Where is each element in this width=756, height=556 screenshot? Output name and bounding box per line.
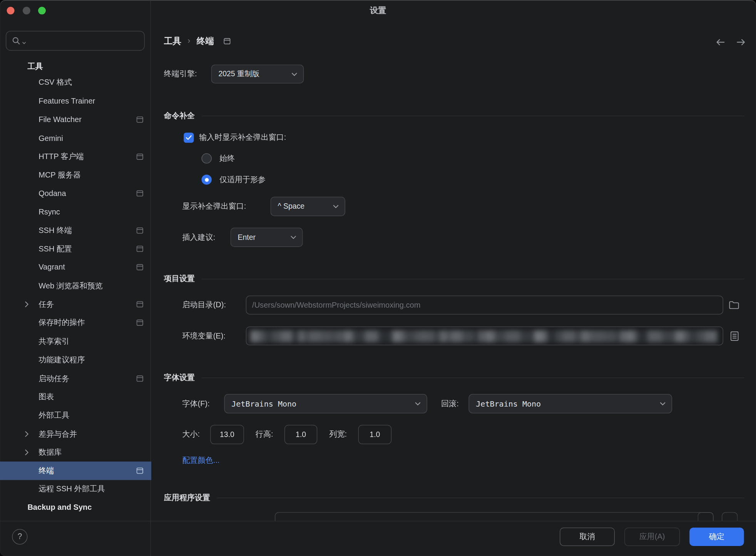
settings-search-input[interactable] [6,31,145,50]
tool-window-icon [136,154,143,160]
sidebar-item-9[interactable]: SSH 终端 [0,221,151,240]
font-label: 字体(F): [182,398,209,409]
sidebar-item-12[interactable]: Web 浏览器和预览 [0,277,151,295]
font-size-value: 13.0 [220,430,234,439]
sidebar-item-1[interactable]: CSV 格式 [0,73,151,92]
sidebar-item-2[interactable]: Features Trainer [0,92,151,111]
column-width-label: 列宽: [329,428,347,440]
breadcrumb: 工具 › 终端 [164,35,230,47]
line-height-input[interactable]: 1.0 [284,425,317,444]
radio-always[interactable] [202,153,212,163]
fallback-font-select[interactable]: JetBrains Mono [468,394,672,413]
sidebar-item-13[interactable]: 任务 [0,295,151,314]
sidebar-item-20[interactable]: 差异与合并 [0,425,151,443]
font-size-label: 大小: [182,428,200,440]
fallback-font-label: 回滚: [441,398,459,409]
insert-suggestion-select[interactable]: Enter [231,228,303,247]
breadcrumb-current: 终端 [197,35,214,47]
terminal-engine-label: 终端引擎: [164,68,197,80]
bottom-partial-button-2[interactable] [722,512,738,521]
section-app-settings: 应用程序设置 [164,492,744,504]
sidebar-item-label: 数据库 [38,447,62,457]
section-title: 命令补全 [164,111,195,121]
sidebar-item-3[interactable]: File Watcher [0,111,151,129]
sidebar-item-label: Qodana [38,189,66,198]
sidebar-item-label: MCP 服务器 [38,170,81,180]
breadcrumb-parent[interactable]: 工具 [164,35,181,47]
sidebar-item-label: 图表 [38,392,54,402]
env-variables-redacted-value [250,330,718,342]
sidebar-item-19[interactable]: 外部工具 [0,406,151,425]
fallback-font-value: JetBrains Mono [476,399,541,408]
nav-back-button[interactable] [714,36,727,49]
right-arrow-icon [736,39,746,46]
configure-colors-link[interactable]: 配置颜色... [182,456,219,466]
sidebar-item-10[interactable]: SSH 配置 [0,240,151,258]
completion-popup-checkbox[interactable] [184,132,194,142]
env-variables-input[interactable] [246,327,723,345]
sidebar-item-label: SSH 配置 [38,244,72,254]
search-history-caret-icon[interactable] [22,41,26,44]
section-divider [202,116,744,116]
section-title: 项目设置 [164,274,195,284]
cancel-button[interactable]: 取消 [560,528,615,546]
env-variables-label: 环境变量(E): [182,330,225,342]
bottom-partial-field[interactable] [275,512,714,521]
sidebar-item-5[interactable]: HTTP 客户端 [0,147,151,166]
apply-button[interactable]: 应用(A) [624,528,680,546]
start-directory-input[interactable]: /Users/sown/WebstormProjects/siweimoxing… [246,296,723,315]
browse-directory-button[interactable] [728,299,739,311]
terminal-engine-select[interactable]: 2025 重制版 [211,65,304,84]
ok-button[interactable]: 确定 [689,528,744,546]
tool-window-icon [136,116,143,122]
popup-shortcut-select[interactable]: ^ Space [271,197,345,216]
sidebar-item-6[interactable]: MCP 服务器 [0,166,151,184]
tool-window-icon [136,190,143,196]
bottom-partial-button-1[interactable] [697,512,713,521]
sidebar-item-label: 共享索引 [38,337,69,347]
sidebar-item-7[interactable]: Qodana [0,184,151,203]
radio-parameters-only[interactable] [202,174,212,184]
line-height-label: 行高: [256,428,273,440]
help-button[interactable]: ? [12,529,27,544]
sidebar-item-22[interactable]: 终端 [0,462,151,480]
chevron-right-icon[interactable] [25,431,29,438]
font-size-input[interactable]: 13.0 [210,425,244,444]
sidebar-item-label: SSH 终端 [38,226,72,236]
sidebar-item-label: Backup and Sync [27,503,92,512]
sidebar-item-15[interactable]: 共享索引 [0,332,151,351]
sidebar-item-label: 终端 [38,466,54,476]
folder-icon [729,301,739,309]
chevron-down-icon [290,235,296,239]
search-icon [12,36,21,45]
sidebar-item-label: Gemini [38,134,63,143]
radio-always-label[interactable]: 始终 [219,153,235,164]
completion-popup-checkbox-label[interactable]: 输入时显示补全弹出窗口: [199,132,286,143]
terminal-engine-value: 2025 重制版 [218,69,259,79]
tool-window-icon [136,467,143,474]
sidebar-item-18[interactable]: 图表 [0,388,151,406]
section-title: 字体设置 [164,373,195,383]
radio-parameters-only-label[interactable]: 仅适用于形参 [219,174,266,186]
tool-window-icon [224,38,231,44]
sidebar-item-14[interactable]: 保存时的操作 [0,313,151,332]
chevron-right-icon[interactable] [25,301,29,308]
section-divider [217,497,744,498]
sidebar-item-8[interactable]: Rsync [0,203,151,221]
sidebar-item-label: HTTP 客户端 [38,152,84,162]
sidebar-item-17[interactable]: 启动任务 [0,369,151,388]
font-value: JetBrains Mono [231,399,296,408]
chevron-right-icon[interactable] [25,449,29,456]
sidebar-item-23[interactable]: 远程 SSH 外部工具 [0,480,151,498]
sidebar-item-16[interactable]: 功能建议程序 [0,351,151,369]
start-directory-label: 启动目录(D): [182,299,226,311]
nav-forward-button[interactable] [735,36,748,49]
sidebar-item-11[interactable]: Vagrant [0,258,151,276]
sidebar-item-21[interactable]: 数据库 [0,443,151,462]
sidebar-item-4[interactable]: Gemini [0,129,151,148]
font-select[interactable]: JetBrains Mono [224,394,427,413]
sidebar-item-24[interactable]: Backup and Sync [0,498,151,517]
column-width-input[interactable]: 1.0 [358,425,391,444]
sidebar-item-label: 工具 [27,62,43,72]
env-variables-edit-button[interactable] [729,330,740,342]
